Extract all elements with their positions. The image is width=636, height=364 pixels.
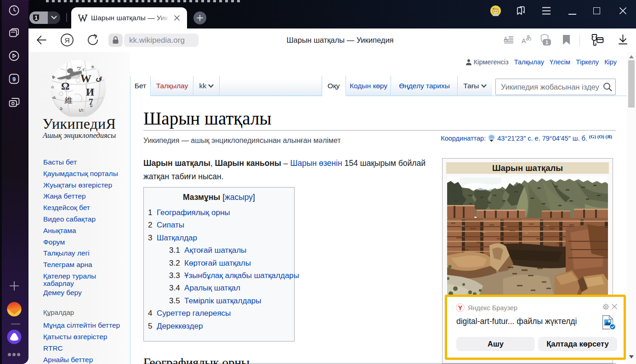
svg-text:Ω: Ω bbox=[61, 80, 69, 92]
svg-text:1: 1 bbox=[34, 15, 38, 21]
svg-text:Я: Я bbox=[64, 36, 69, 44]
svg-text:1: 1 bbox=[545, 40, 548, 45]
svg-text:ഗ: ഗ bbox=[79, 107, 84, 113]
svg-text:W: W bbox=[80, 72, 92, 85]
svg-text:9: 9 bbox=[12, 76, 16, 83]
svg-text:Y: Y bbox=[458, 304, 463, 312]
svg-text:И: И bbox=[86, 86, 94, 98]
svg-text:あ: あ bbox=[526, 34, 532, 41]
svg-text:維: 維 bbox=[64, 96, 73, 105]
